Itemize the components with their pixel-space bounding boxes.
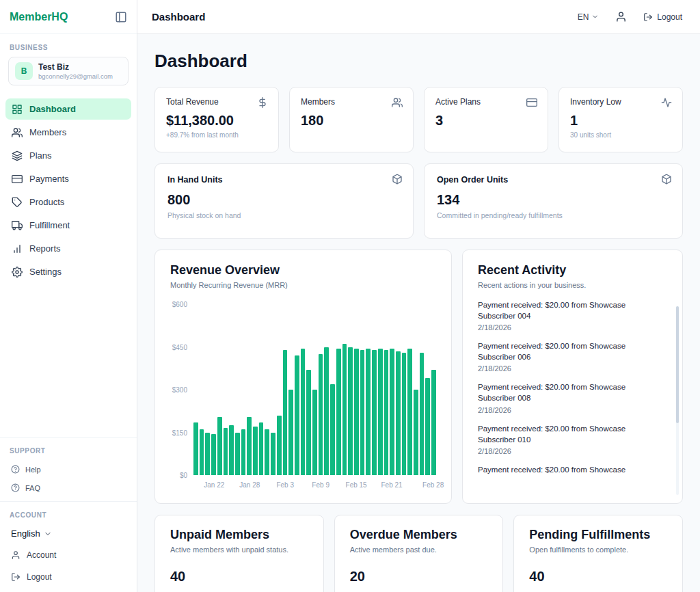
- activity-list-item: Payment received: $20.00 from Showcase S…: [478, 340, 659, 373]
- y-axis-tick-label: $300: [172, 386, 187, 394]
- sidebar-item-members[interactable]: Members: [5, 122, 131, 143]
- chart-bar: [414, 390, 418, 475]
- topbar-title: Dashboard: [152, 11, 205, 23]
- sidebar-item-dashboard[interactable]: Dashboard: [5, 98, 131, 120]
- chart-bar: [319, 354, 323, 475]
- unit-value: 134: [437, 192, 670, 208]
- chart-bar: [354, 349, 359, 475]
- sidebar-nav: Dashboard Members Plans Payments Product…: [0, 96, 137, 284]
- stats-row: Total Revenue $11,380.00 +89.7% from las…: [154, 87, 683, 152]
- app-root: MemberHQ BUSINESS B Test Biz bgconnelly2…: [0, 0, 700, 592]
- members-icon: [392, 97, 403, 108]
- logout-label: Logout: [27, 572, 52, 582]
- logout-icon: [643, 12, 653, 22]
- chart-bar: [288, 390, 293, 475]
- sidebar-item-reports[interactable]: Reports: [5, 238, 131, 259]
- stat-sub: +89.7% from last month: [166, 131, 267, 139]
- stat-value: 180: [301, 113, 402, 129]
- sidebar-item-payments[interactable]: Payments: [5, 168, 131, 189]
- chart-bar: [200, 429, 204, 475]
- sidebar-item-logout[interactable]: Logout: [0, 566, 137, 588]
- bottom-card-value: 40: [170, 569, 308, 584]
- user-menu-icon[interactable]: [615, 11, 627, 23]
- chart-bar: [324, 347, 329, 476]
- bottom-card-subtitle: Active members with unpaid status.: [170, 546, 308, 554]
- chart-y-axis: $0$150$300$450$600: [170, 304, 193, 475]
- bottom-card-title: Unpaid Members: [170, 528, 308, 542]
- page-content: Dashboard Total Revenue $11,380.00 +89.7…: [137, 34, 700, 592]
- sidebar-item-settings[interactable]: Settings: [5, 261, 131, 282]
- activity-date: 2/18/2026: [478, 406, 659, 414]
- activity-scrollbar[interactable]: [676, 306, 679, 495]
- stat-value: $11,380.00: [166, 113, 267, 129]
- sidebar-item-help[interactable]: Help: [0, 460, 137, 479]
- sidebar-item-label: Plans: [29, 150, 52, 161]
- chart-bar: [366, 349, 371, 475]
- sidebar-item-products[interactable]: Products: [5, 191, 131, 213]
- chart-bar: [402, 353, 407, 475]
- bottom-card-value: 20: [350, 569, 488, 584]
- sidebar-item-plans[interactable]: Plans: [5, 145, 131, 166]
- language-selector[interactable]: English: [0, 524, 137, 544]
- recent-activity-card: Recent Activity Recent actions in your b…: [462, 250, 683, 504]
- stat-label: Total Revenue: [166, 97, 267, 107]
- chart-bar: [259, 422, 264, 475]
- chart-bar: [396, 351, 401, 475]
- topbar: Dashboard EN Logout: [137, 0, 700, 34]
- account-section: ACCOUNT English Account Logout: [0, 501, 137, 592]
- chart-bar: [384, 350, 389, 475]
- stat-label: Inventory Low: [570, 97, 671, 107]
- bottom-card-title: Overdue Members: [350, 528, 488, 542]
- chart-bar: [336, 349, 341, 475]
- x-axis-tick-label: Feb 28: [422, 481, 444, 489]
- overdue-members-card: Overdue Members Active members past due.…: [334, 515, 504, 592]
- sidebar-item-label: Payments: [29, 174, 69, 184]
- language-dropdown[interactable]: EN: [578, 12, 600, 22]
- chart-bar: [342, 344, 347, 475]
- units-row: In Hand Units 800 Physical stock on hand…: [154, 163, 683, 239]
- chart-bar: [425, 378, 430, 475]
- chart-bar: [431, 370, 436, 475]
- account-section-label: ACCOUNT: [0, 502, 137, 524]
- x-axis-tick-label: Feb 3: [276, 481, 294, 489]
- sidebar-header: MemberHQ: [0, 0, 137, 34]
- unit-value: 800: [167, 192, 401, 208]
- chart-bar: [193, 422, 198, 475]
- activity-card-subtitle: Recent actions in your business.: [478, 281, 667, 289]
- pending-fulfillments-card: Pending Fulfillments Open fulfillments t…: [513, 515, 683, 592]
- package-icon: [392, 174, 403, 185]
- sidebar-item-label: Settings: [29, 267, 62, 277]
- activity-text: Payment received: $20.00 from Showcase: [478, 464, 659, 475]
- sidebar-item-fulfillment[interactable]: Fulfillment: [5, 215, 131, 236]
- stat-label: Members: [301, 97, 402, 107]
- sidebar-item-account[interactable]: Account: [0, 544, 137, 566]
- y-axis-tick-label: $0: [180, 472, 187, 479]
- collapse-sidebar-icon[interactable]: [115, 11, 127, 23]
- sidebar-item-label: Reports: [29, 243, 61, 254]
- chart-bar: [330, 384, 335, 475]
- business-switcher[interactable]: B Test Biz bgconnelly29@gmail.com: [8, 57, 129, 85]
- reports-icon: [12, 243, 23, 254]
- sidebar-bottom: SUPPORT Help FAQ ACCOUNT English: [0, 437, 137, 592]
- topbar-actions: EN Logout: [578, 11, 682, 23]
- chart-bars: [193, 304, 436, 475]
- chart-bar: [253, 427, 258, 475]
- activity-scrollbar-thumb[interactable]: [676, 306, 679, 423]
- chart-bar: [217, 417, 222, 475]
- stat-card-total-revenue: Total Revenue $11,380.00 +89.7% from las…: [154, 87, 279, 152]
- x-axis-tick-label: Feb 15: [346, 481, 367, 489]
- chart-bar: [205, 433, 210, 476]
- stat-sub: 30 units short: [570, 131, 671, 139]
- chart-plot-area: Jan 22Jan 28Feb 3Feb 9Feb 15Feb 21Feb 28: [193, 304, 436, 490]
- logout-button[interactable]: Logout: [643, 12, 682, 22]
- unpaid-members-card: Unpaid Members Active members with unpai…: [154, 515, 324, 592]
- stat-label: Active Plans: [435, 97, 537, 107]
- chart-x-axis: Jan 22Jan 28Feb 3Feb 9Feb 15Feb 21Feb 28: [193, 475, 436, 490]
- members-icon: [12, 127, 23, 138]
- chart-bar: [378, 349, 383, 475]
- credit-card-icon: [526, 97, 537, 108]
- sidebar-item-faq[interactable]: FAQ: [0, 479, 137, 497]
- revenue-overview-card: Revenue Overview Monthly Recurring Reven…: [154, 250, 452, 504]
- x-axis-tick-label: Feb 21: [381, 481, 402, 489]
- chart-bar: [271, 433, 275, 476]
